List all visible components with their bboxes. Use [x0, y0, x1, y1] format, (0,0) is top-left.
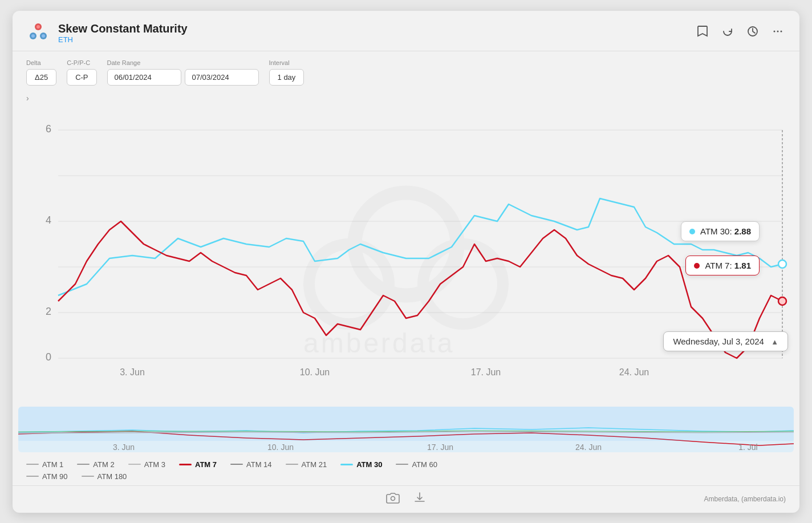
date-range-group: Date Range — [107, 59, 259, 86]
svg-text:3. Jun: 3. Jun — [120, 367, 145, 377]
legend-label: ATM 90 — [42, 472, 68, 481]
svg-text:2: 2 — [46, 306, 51, 317]
date-range-label: Date Range — [107, 59, 259, 66]
legend-label: ATM 180 — [98, 472, 127, 481]
footer-bar: Amberdata, (amberdata.io) — [13, 485, 799, 513]
legend-item-atm-2[interactable]: ATM 2 — [77, 460, 114, 469]
legend-line-icon — [82, 476, 94, 477]
refresh-button[interactable] — [720, 23, 736, 42]
legend-line-icon — [128, 464, 141, 465]
cp-group: C-P/P-C C-P — [67, 59, 96, 86]
legend-label: ATM 14 — [246, 460, 272, 469]
svg-text:10. Jun: 10. Jun — [267, 443, 294, 452]
legend-line-icon — [26, 476, 39, 477]
legend-label: ATM 3 — [144, 460, 165, 469]
svg-point-7 — [774, 31, 776, 33]
legend-line-icon — [230, 464, 243, 465]
svg-text:1. Jul: 1. Jul — [738, 443, 757, 452]
main-chart-svg: 6 4 2 0 3. Jun 10. Jun 17. Jun 24. Jun a… — [18, 107, 794, 381]
more-button[interactable] — [770, 23, 786, 42]
footer-icons — [279, 492, 533, 507]
svg-text:10. Jun: 10. Jun — [300, 367, 330, 377]
atm7-cursor-dot — [778, 297, 786, 305]
controls-bar: Delta Δ25 C-P/P-C C-P Date Range Interva… — [13, 51, 799, 91]
chart-area: 6 4 2 0 3. Jun 10. Jun 17. Jun 24. Jun a… — [13, 105, 799, 407]
legend-item-atm-180[interactable]: ATM 180 — [82, 472, 127, 481]
history-button[interactable] — [745, 23, 761, 42]
legend-label: ATM 60 — [412, 460, 437, 469]
date-start-input[interactable] — [107, 69, 181, 86]
date-end-input[interactable] — [185, 69, 259, 86]
cp-label: C-P/P-C — [67, 59, 96, 66]
svg-text:24. Jun: 24. Jun — [619, 367, 649, 377]
legend-line-icon — [286, 464, 298, 465]
legend-line-icon — [396, 464, 408, 465]
expand-icon: › — [26, 94, 29, 103]
legend-line-icon — [179, 464, 192, 465]
footer-credit: Amberdata, (amberdata.io) — [533, 495, 786, 503]
main-card: Skew Constant Maturity ETH — [13, 11, 799, 513]
svg-point-4 — [31, 34, 35, 38]
legend-item-atm-1[interactable]: ATM 1 — [26, 460, 63, 469]
svg-rect-35 — [18, 407, 794, 441]
interval-label: Interval — [269, 59, 304, 66]
interval-button[interactable]: 1 day — [269, 69, 304, 86]
delta-button[interactable]: Δ25 — [26, 69, 56, 86]
chart-title: Skew Constant Maturity — [58, 22, 188, 35]
mini-chart-svg: 3. Jun 10. Jun 17. Jun 24. Jun 1. Jul — [18, 407, 794, 452]
legend-item-atm-30[interactable]: ATM 30 — [340, 460, 382, 469]
svg-point-3 — [36, 25, 40, 29]
svg-text:6: 6 — [46, 123, 51, 135]
svg-point-8 — [777, 31, 779, 33]
legend-item-atm-90[interactable]: ATM 90 — [26, 472, 68, 481]
svg-text:24. Jun: 24. Jun — [575, 443, 602, 452]
title-group: Skew Constant Maturity ETH — [58, 22, 188, 44]
legend-label: ATM 2 — [93, 460, 114, 469]
interval-group: Interval 1 day — [269, 59, 304, 86]
download-button[interactable] — [413, 492, 426, 507]
delta-label: Delta — [26, 59, 56, 66]
bookmark-button[interactable] — [695, 23, 710, 43]
svg-text:0: 0 — [46, 351, 51, 363]
expand-row[interactable]: › — [13, 91, 799, 105]
legend-line-icon — [77, 464, 90, 465]
header-actions — [695, 23, 786, 43]
header-left: Skew Constant Maturity ETH — [26, 21, 188, 45]
svg-point-36 — [391, 496, 395, 500]
svg-text:amberdata: amberdata — [303, 328, 454, 358]
legend-line-icon — [340, 464, 353, 465]
legend-item-atm-7[interactable]: ATM 7 — [179, 460, 217, 469]
svg-point-9 — [781, 31, 782, 33]
svg-text:4: 4 — [46, 214, 51, 226]
legend-label: ATM 21 — [302, 460, 327, 469]
legend-item-atm-21[interactable]: ATM 21 — [286, 460, 327, 469]
legend-line-icon — [26, 464, 39, 465]
logo-icon — [26, 21, 50, 45]
camera-button[interactable] — [386, 492, 400, 507]
legend-item-atm-14[interactable]: ATM 14 — [230, 460, 272, 469]
atm30-cursor-dot — [778, 260, 786, 268]
legend-label: ATM 30 — [356, 460, 382, 469]
legend-item-atm-3[interactable]: ATM 3 — [128, 460, 165, 469]
chart-container: 6 4 2 0 3. Jun 10. Jun 17. Jun 24. Jun a… — [18, 107, 794, 381]
cp-button[interactable]: C-P — [67, 69, 96, 86]
mini-chart-area[interactable]: 3. Jun 10. Jun 17. Jun 24. Jun 1. Jul — [18, 407, 794, 452]
svg-text:3. Jun: 3. Jun — [113, 443, 135, 452]
delta-group: Delta Δ25 — [26, 59, 56, 86]
svg-text:17. Jun: 17. Jun — [427, 443, 453, 452]
svg-point-5 — [42, 34, 45, 38]
header: Skew Constant Maturity ETH — [13, 11, 799, 51]
legend-area: ATM 1ATM 2ATM 3ATM 7ATM 14ATM 21ATM 30AT… — [13, 452, 799, 483]
chart-subtitle: ETH — [58, 35, 188, 44]
legend-label: ATM 7 — [195, 460, 217, 469]
svg-text:17. Jun: 17. Jun — [471, 367, 501, 377]
legend-item-atm-60[interactable]: ATM 60 — [396, 460, 437, 469]
legend-label: ATM 1 — [42, 460, 63, 469]
